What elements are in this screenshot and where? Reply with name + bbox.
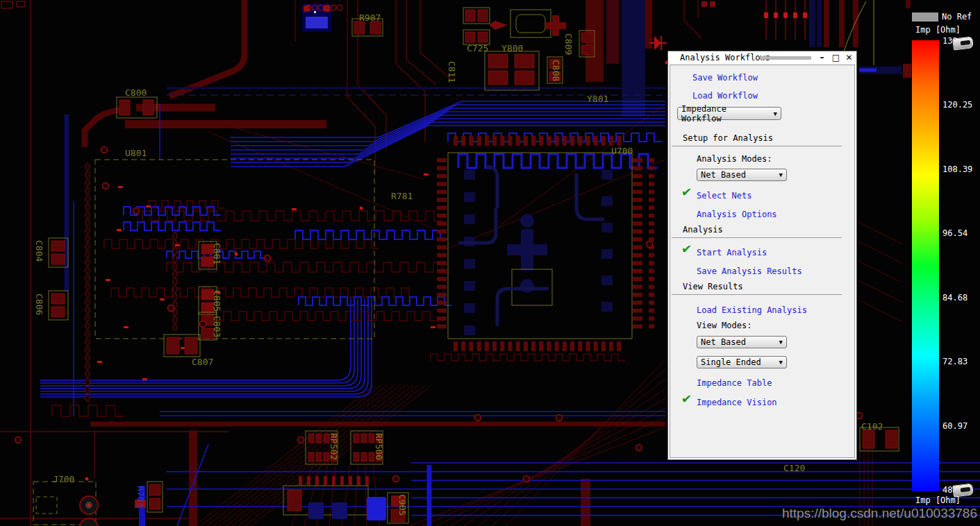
refdes-label: C120 — [783, 463, 805, 473]
refdes-label: C806 — [34, 294, 44, 315]
colorbar-unit-bottom: Imp [Ohm] — [915, 495, 961, 505]
view-type-value: Single Ended — [701, 357, 761, 367]
analysis-options-link[interactable]: Analysis Options — [697, 210, 777, 219]
colorbar-tick: 60.97 — [942, 421, 967, 431]
refdes-label: C102 — [861, 421, 883, 432]
no-ref-swatch — [912, 12, 938, 22]
impedance-table-link[interactable]: Impedance Table — [697, 378, 772, 388]
refdes-label: R703 — [135, 486, 146, 507]
impedance-colorbar: No Ref Imp [Ohm] 132.10120.25108.3996.54… — [908, 0, 980, 526]
close-button[interactable]: ✕ — [844, 53, 854, 63]
view-mode-value: Net Based — [701, 337, 746, 347]
app-screen: C800U801R907C725Y800Y801R781U700C811C809… — [0, 0, 980, 526]
start-analysis-link[interactable]: Start Analysis — [697, 248, 767, 257]
colorbar-tick: 120.25 — [942, 100, 972, 110]
refdes-label: C804 — [34, 240, 44, 262]
colorbar-unit-top: Imp [Ohm] — [915, 25, 961, 35]
analysis-modes-label: Analysis Modes: — [697, 154, 772, 164]
chevron-down-icon: ▼ — [779, 171, 783, 178]
view-modes-label: View Modes: — [697, 321, 751, 330]
refdes-label: C905 — [397, 494, 408, 516]
refdes-label: R781 — [391, 191, 413, 201]
refdes-label: U700 — [611, 146, 633, 156]
colorbar-tick: 72.83 — [942, 357, 967, 366]
refdes-label: R907 — [359, 12, 381, 23]
colorbar-gradient — [912, 40, 939, 491]
colorbar-tick: 108.39 — [942, 164, 972, 174]
refdes-label: J700 — [53, 474, 74, 484]
view-mode-dropdown[interactable]: Net Based ▼ — [697, 336, 787, 348]
pin-icon-top[interactable] — [952, 36, 974, 50]
title-grip[interactable] — [760, 56, 811, 60]
checkmark-icon: ✔ — [681, 242, 692, 255]
chevron-down-icon: ▼ — [779, 359, 783, 366]
separator — [672, 146, 842, 146]
chevron-down-icon: ▼ — [774, 110, 777, 117]
checkmark-icon: ✔ — [681, 185, 692, 198]
analysis-section-label: Analysis — [683, 225, 723, 235]
refdes-label: C805 — [212, 290, 222, 312]
refdes-label: C725 — [467, 43, 488, 53]
impedance-vision-link[interactable]: Impedance Vision — [697, 398, 777, 407]
refdes-label: C807 — [192, 357, 213, 367]
select-nets-link[interactable]: Select Nets — [697, 191, 751, 201]
refdes-label: C803 — [212, 316, 222, 337]
checkmark-icon: ✔ — [681, 392, 692, 405]
refdes-label: C801 — [212, 243, 222, 264]
no-ref-label: No Ref — [942, 12, 972, 22]
view-type-dropdown[interactable]: Single Ended ▼ — [697, 356, 787, 368]
minimize-button[interactable]: – — [817, 53, 827, 63]
dialog-title: Analysis Workflows — [680, 53, 770, 62]
colorbar-tick: 96.54 — [942, 228, 967, 238]
refdes-label: Y800 — [501, 43, 523, 53]
analysis-mode-value: Net Based — [701, 170, 746, 180]
workflow-dropdown-value: Impedance Workflow — [681, 104, 770, 124]
maximize-button[interactable]: □ — [831, 53, 841, 63]
workflow-dropdown[interactable]: Impedance Workflow ▼ — [677, 107, 781, 120]
load-existing-analysis-link[interactable]: Load Existing Analysis — [697, 305, 807, 315]
separator — [672, 237, 842, 238]
setup-section-label: Setup for Analysis — [683, 133, 773, 143]
load-workflow-link[interactable]: Load Workflow — [692, 91, 758, 101]
analysis-mode-dropdown[interactable]: Net Based ▼ — [697, 169, 787, 181]
refdes-label: RP502 — [329, 433, 339, 460]
refdes-label: C808 — [551, 60, 561, 81]
refdes-label: Y801 — [587, 94, 608, 104]
refdes-label: U801 — [125, 148, 147, 158]
refdes-label: C809 — [563, 33, 574, 55]
refdes-label: C811 — [447, 61, 457, 83]
refdes-label: RP500 — [374, 433, 384, 460]
save-workflow-link[interactable]: Save Workflow — [692, 73, 758, 83]
colorbar-tick: 84.68 — [942, 293, 967, 303]
save-analysis-results-link[interactable]: Save Analysis Results — [697, 266, 802, 276]
chevron-down-icon: ▼ — [779, 339, 783, 346]
view-results-section-label: View Results — [683, 282, 743, 291]
refdes-label: C800 — [125, 87, 147, 98]
separator — [672, 294, 842, 295]
dialog-analysis-workflows: Analysis Workflows – □ ✕ Save Workflow L… — [668, 51, 856, 459]
